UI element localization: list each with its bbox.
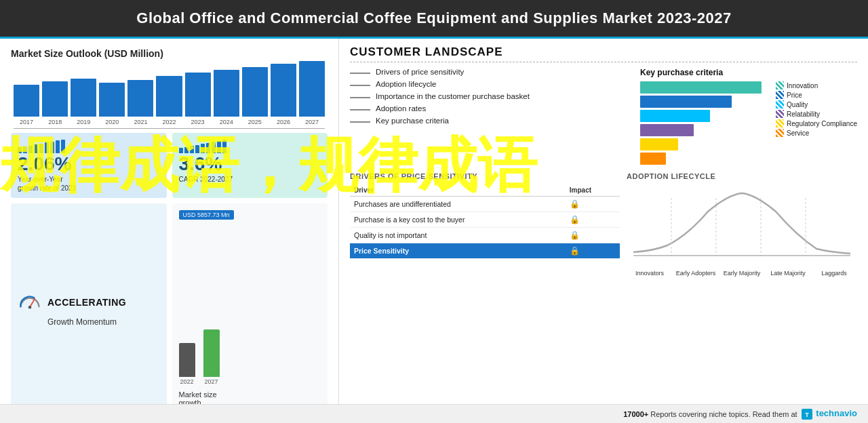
kpc-legend: InnovationPriceQualityRelatabilityRegula… <box>776 81 857 167</box>
driver-row-0: Purchases are undifferentiated🔒 <box>350 197 620 212</box>
svg-point-1 <box>28 306 32 309</box>
bar-label-2024: 2024 <box>220 119 233 125</box>
bar-group-2018: 2018 <box>42 81 68 125</box>
adoption-label-2: Early Majority <box>719 270 765 277</box>
cagr-value: 3.6% <box>179 155 321 174</box>
legend-item-3: Relatability <box>776 110 857 118</box>
bar-group-2019: 2019 <box>71 79 96 125</box>
footer-text: 17000+ Reports covering niche topics. Re… <box>623 410 797 418</box>
bar-2027 <box>203 329 220 377</box>
legend-label-4: Regulatory Compliance <box>787 120 857 127</box>
bar-2023 <box>185 73 211 117</box>
kpc-bar-row-4 <box>640 138 768 150</box>
kpc-bar-row-0 <box>640 81 768 94</box>
landscape-item-3: Adoption rates <box>350 104 633 113</box>
year-2022: 2022 <box>180 378 193 385</box>
bar-group-2025: 2025 <box>242 67 268 125</box>
accelerating-title: ACCELERATING <box>47 297 126 308</box>
landscape-item-text-4: Key purchase criteria <box>376 117 449 125</box>
landscape-item-text-2: Importance in the customer purchase bask… <box>376 92 530 100</box>
yoy-mini-bars <box>18 138 160 153</box>
bar-2018 <box>42 81 68 117</box>
kpc-bar-fill-1 <box>640 96 732 108</box>
bar-label-2018: 2018 <box>48 119 62 125</box>
mini-bar-0 <box>18 147 22 153</box>
kpc-bar-fill-3 <box>640 124 694 136</box>
driver-row-1: Purchase is a key cost to the buyer🔒 <box>350 212 620 228</box>
mini-bar-3 <box>34 144 38 153</box>
landscape-list: Drivers of price sensitivityAdoption lif… <box>350 68 633 167</box>
kpc-title: Key purchase criteria <box>640 68 857 77</box>
bullet-2 <box>350 97 370 98</box>
lock-icon-2: 🔒 <box>570 230 580 240</box>
mini-bar-0 <box>179 148 183 153</box>
bar-group-2026: 2026 <box>271 64 296 125</box>
market-size-box: USD 5857.73 Mn 2022 2027 Market size gro… <box>172 203 328 414</box>
mini-bar-4 <box>39 144 43 153</box>
main-content: Market Size Outlook (USD Million) 201720… <box>0 37 868 419</box>
landscape-top: Drivers of price sensitivityAdoption lif… <box>350 68 857 167</box>
landscape-item-1: Adoption lifecycle <box>350 80 633 88</box>
driver-name-2: Quality is not important <box>350 228 566 243</box>
bar-2025 <box>242 67 268 117</box>
landscape-item-text-3: Adoption rates <box>376 104 426 113</box>
bar-2019 <box>71 79 96 117</box>
legend-label-2: Quality <box>787 101 808 108</box>
adoption-label-1: Early Adopters <box>673 270 719 277</box>
right-panel: CUSTOMER LANDSCAPE Drivers of price sens… <box>339 39 868 419</box>
landscape-item-4: Key purchase criteria <box>350 117 633 125</box>
kpc-chart-body: InnovationPriceQualityRelatabilityRegula… <box>640 81 857 167</box>
adoption-label-0: Innovators <box>627 270 673 277</box>
lock-icon-1: 🔒 <box>570 215 580 224</box>
bar-2021 <box>127 80 153 117</box>
bar-2027 <box>299 61 325 117</box>
legend-item-0: Innovation <box>776 81 857 89</box>
driver-row-3: Price Sensitivity🔒 <box>350 243 620 259</box>
bullet-3 <box>350 109 370 110</box>
chart-x-axis <box>14 128 325 129</box>
legend-swatch-0 <box>776 81 784 89</box>
kpc-bar-fill-4 <box>640 138 678 150</box>
adoption-section: Adoption lifecycle InnovatorsEarly Adopt… <box>627 172 857 412</box>
footer: 17000+ Reports covering niche topics. Re… <box>0 404 868 423</box>
bar-label-2020: 2020 <box>105 119 119 125</box>
landscape-bottom: Drivers of price sensitivity DriverImpac… <box>350 172 857 412</box>
metrics-row: 2.06% Year-over-Year growth rate of 2023… <box>11 133 328 198</box>
gauge-icon <box>18 290 42 315</box>
bar-label-2023: 2023 <box>191 119 205 125</box>
svg-text:T: T <box>805 411 809 418</box>
legend-item-5: Service <box>776 129 857 137</box>
bar-2026 <box>271 64 296 117</box>
legend-label-5: Service <box>787 129 809 137</box>
adoption-labels: InnovatorsEarly AdoptersEarly MajorityLa… <box>627 270 857 277</box>
size-bar-2022: 2022 <box>179 343 195 385</box>
adoption-title: Adoption lifecycle <box>627 172 857 180</box>
yoy-value: 2.06% <box>18 155 160 174</box>
legend-swatch-1 <box>776 91 784 99</box>
mini-bar-7 <box>56 140 60 153</box>
usd-badge: USD 5857.73 Mn <box>179 210 234 220</box>
legend-swatch-2 <box>776 100 784 108</box>
adoption-label-4: Laggards <box>811 270 857 277</box>
footer-count: 17000+ <box>623 410 648 418</box>
technavio-logo: T technavio <box>802 408 857 420</box>
bar-group-2021: 2021 <box>127 80 153 125</box>
legend-item-4: Regulatory Compliance <box>776 119 857 127</box>
bar-label-2026: 2026 <box>277 119 290 125</box>
kpc-bar-row-5 <box>640 153 768 165</box>
driver-name-3: Price Sensitivity <box>350 243 566 259</box>
bullet-0 <box>350 73 370 74</box>
driver-impact-0: 🔒 <box>566 197 620 212</box>
bottom-row: ACCELERATING Growth Momentum USD 5857.73… <box>11 203 328 414</box>
cagr-mini-bars <box>179 138 321 153</box>
mini-bar-1 <box>184 147 189 153</box>
adoption-label-3: Late Majority <box>765 270 811 277</box>
bar-group-2023: 2023 <box>185 73 211 125</box>
acc-header: ACCELERATING <box>18 290 126 315</box>
kpc-bar-fill-0 <box>640 81 762 94</box>
mini-bar-6 <box>50 142 54 153</box>
left-panel: Market Size Outlook (USD Million) 201720… <box>0 39 339 419</box>
yoy-metric: 2.06% Year-over-Year growth rate of 2023 <box>11 133 167 198</box>
bar-2022 <box>156 76 182 117</box>
mini-bar-2 <box>190 146 194 153</box>
